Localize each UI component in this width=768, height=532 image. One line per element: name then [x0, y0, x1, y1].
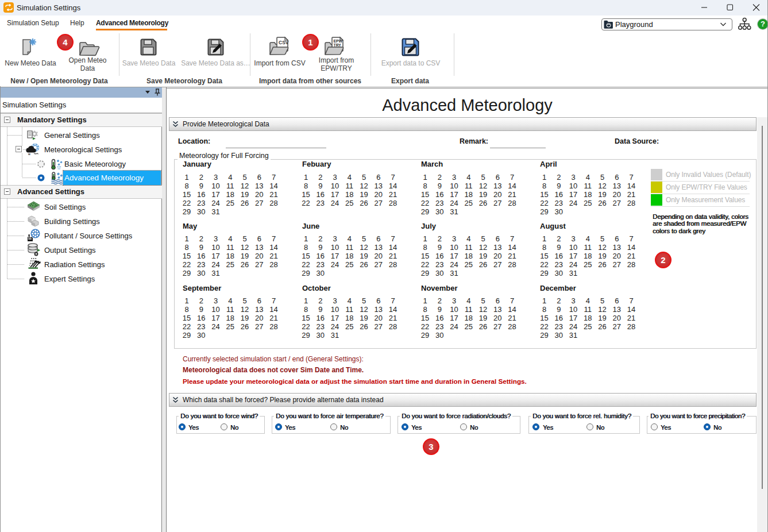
svg-text:TRY: TRY — [334, 43, 342, 47]
svg-text:CSV: CSV — [279, 40, 289, 45]
svg-text:w: w — [28, 152, 30, 156]
